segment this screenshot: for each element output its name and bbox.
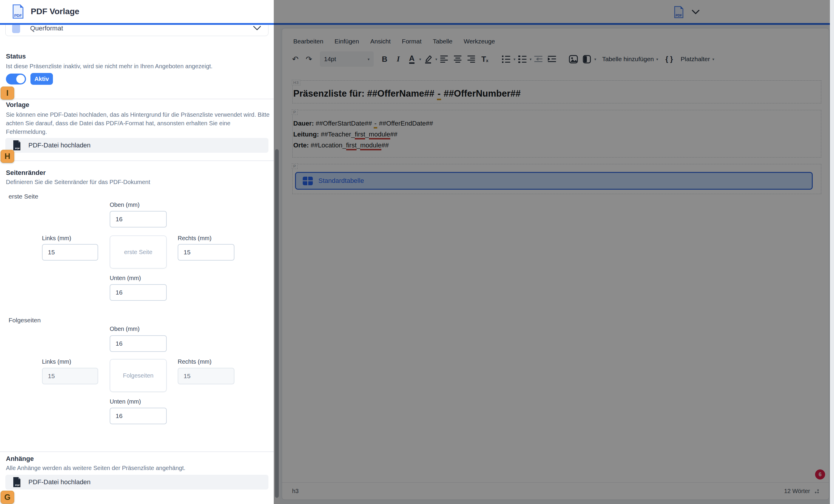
links-label: Links (mm): [42, 358, 71, 365]
page: PDF Schliessen Speichern Bearbeiten Einf…: [0, 0, 834, 504]
upload-pdf-label: PDF-Datei hochladen: [28, 478, 90, 486]
links-label: Links (mm): [42, 235, 71, 242]
status-description: Ist diese Präsenzliste inaktiv, wird sie…: [6, 62, 266, 71]
unten-label: Unten (mm): [110, 275, 141, 281]
orientation-swatch-icon: [12, 24, 20, 33]
hint-badge-i: I: [1, 87, 14, 99]
svg-text:PDF: PDF: [14, 13, 22, 18]
drawer-title: PDF Vorlage: [31, 7, 79, 16]
folgeseiten-links-input[interactable]: [42, 368, 98, 384]
svg-text:PDF: PDF: [15, 484, 20, 486]
oben-label: Oben (mm): [110, 325, 139, 333]
drawer-header: PDF PDF Vorlage: [0, 0, 274, 23]
pdf-vorlage-drawer: PDF PDF Vorlage Querformat Status Ist di…: [0, 0, 274, 504]
orientation-value: Querformat: [30, 24, 63, 32]
folgeseiten-group-label: Folgeseiten: [8, 317, 41, 324]
pdf-file-icon: PDF: [13, 477, 21, 487]
seitenraender-heading: Seitenränder: [6, 169, 46, 177]
folgeseiten-unten-input[interactable]: [110, 408, 167, 424]
hint-badge-h: H: [1, 150, 14, 163]
progress-line: [0, 23, 274, 25]
page-scrollbar[interactable]: [830, 0, 834, 504]
rechts-label: Rechts (mm): [178, 358, 212, 365]
vorlage-heading: Vorlage: [6, 101, 29, 109]
pdf-file-icon: PDF: [13, 140, 21, 151]
rechts-label: Rechts (mm): [178, 235, 212, 242]
folgeseiten-preview: Folgeseiten: [110, 359, 167, 392]
erste-seite-links-input[interactable]: [42, 244, 98, 260]
unten-label: Unten (mm): [110, 398, 141, 405]
status-toggle[interactable]: [6, 73, 26, 85]
erste-seite-group-label: erste Seite: [8, 193, 38, 200]
erste-seite-rechts-input[interactable]: [178, 244, 235, 260]
erste-seite-preview: erste Seite: [110, 235, 167, 269]
erste-seite-unten-input[interactable]: [110, 284, 167, 301]
folgeseiten-rechts-input[interactable]: [178, 368, 235, 384]
anhaenge-description: Alle Anhänge werden als weitere Seiten d…: [6, 464, 266, 473]
toggle-knob: [16, 75, 25, 83]
upload-pdf-button[interactable]: PDF PDF-Datei hochladen: [5, 475, 268, 489]
folgeseiten-oben-input[interactable]: [110, 335, 167, 352]
svg-text:PDF: PDF: [15, 147, 20, 150]
seitenraender-description: Definieren Sie die Seitenränder für das …: [6, 178, 266, 186]
chevron-down-icon: [253, 26, 261, 31]
pdf-file-icon: PDF: [11, 4, 25, 19]
erste-seite-oben-input[interactable]: [110, 211, 167, 228]
upload-pdf-button[interactable]: PDF PDF-Datei hochladen: [5, 138, 268, 153]
status-heading: Status: [6, 52, 26, 60]
status-badge[interactable]: Aktiv: [30, 73, 53, 85]
anhaenge-heading: Anhänge: [6, 455, 34, 463]
oben-label: Oben (mm): [110, 202, 139, 208]
upload-pdf-label: PDF-Datei hochladen: [28, 141, 90, 149]
hint-badge-g: G: [1, 491, 14, 504]
modal-backdrop[interactable]: [274, 0, 830, 504]
vorlage-description: Sie können eine PDF-Datei hochladen, das…: [6, 111, 272, 136]
